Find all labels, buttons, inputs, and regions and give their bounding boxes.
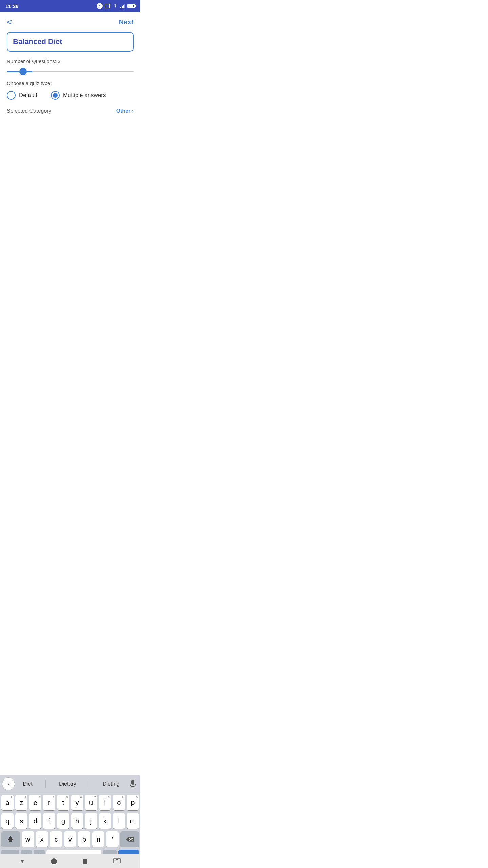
status-icons: P (97, 3, 135, 9)
questions-slider[interactable] (7, 71, 134, 72)
back-button[interactable]: < (7, 18, 12, 26)
signal-icon (120, 4, 125, 8)
radio-default-label: Default (19, 92, 37, 99)
radio-default[interactable]: Default (7, 91, 37, 100)
radio-multiple[interactable]: Multiple answers (51, 91, 106, 100)
category-value[interactable]: Other › (116, 108, 134, 114)
category-row: Selected Category Other › (7, 108, 134, 114)
quiz-type-label: Choose a quiz type: (7, 80, 134, 86)
radio-multiple-outer (51, 91, 60, 100)
sd-card-icon (105, 4, 110, 8)
questions-label: Number of Questions: 3 (7, 58, 134, 64)
title-input-wrapper[interactable] (7, 32, 134, 52)
radio-default-outer (7, 91, 16, 100)
title-input[interactable] (13, 37, 127, 46)
slider-container[interactable] (7, 67, 134, 74)
app-icon-1: P (97, 3, 103, 9)
status-time: 11:26 (5, 3, 18, 9)
next-button[interactable]: Next (119, 18, 134, 26)
main-content: Number of Questions: 3 Choose a quiz typ… (0, 32, 140, 121)
radio-group: Default Multiple answers (7, 91, 134, 100)
battery-icon (127, 4, 135, 8)
radio-multiple-label: Multiple answers (63, 92, 106, 99)
category-value-text: Other (116, 108, 131, 114)
radio-multiple-inner (53, 93, 58, 98)
category-label: Selected Category (7, 108, 52, 114)
status-bar: 11:26 P (0, 0, 140, 12)
chevron-right-icon: › (132, 108, 134, 114)
wifi-icon (112, 4, 118, 8)
header: < Next (0, 12, 140, 32)
